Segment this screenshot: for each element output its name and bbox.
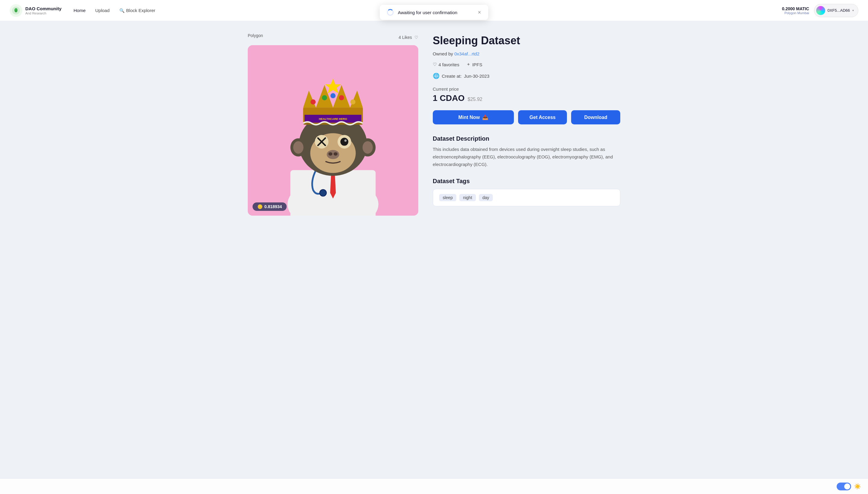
get-access-button[interactable]: Get Access xyxy=(518,110,567,125)
logo-text: DAO Community And Research xyxy=(25,6,61,15)
left-header: Polygon 4 Likes ♡ xyxy=(248,33,418,42)
wallet-button[interactable]: 0XF5...AD66 ▾ xyxy=(814,4,858,17)
detail-section: Sleeping Dataset Owned by 0x34af...rtd2 … xyxy=(433,33,620,206)
create-row: 🌐 Create at: Jun-30-2023 xyxy=(433,73,620,79)
search-icon: 🔍 xyxy=(119,8,125,13)
logo-area[interactable]: DAO Community And Research xyxy=(10,4,61,17)
tags-title: Dataset Tags xyxy=(433,178,620,185)
meta-row: ♡ 4 favorites ✦ IPFS xyxy=(433,62,620,67)
price-usd: $25.92 xyxy=(468,97,482,102)
tag-day[interactable]: day xyxy=(479,194,493,201)
description-text: This includes data obtained from devices… xyxy=(433,146,620,168)
svg-point-32 xyxy=(339,95,344,100)
matic-network: Polygon Mumbai xyxy=(782,11,809,15)
svg-point-30 xyxy=(322,95,327,100)
nav-upload[interactable]: Upload xyxy=(95,8,110,13)
create-label: Create at: xyxy=(442,74,462,79)
likes-count: 4 Likes ♡ xyxy=(399,35,418,40)
bottom-bar: ☀️ xyxy=(0,478,868,494)
main-layout: Polygon 4 Likes ♡ xyxy=(248,33,620,216)
svg-point-6 xyxy=(320,189,327,196)
storage-label: IPFS xyxy=(472,62,482,67)
svg-point-31 xyxy=(330,93,335,98)
matic-amount: 0.2000 MATIC xyxy=(782,6,809,11)
nft-image: HEALTHCARE HERO xyxy=(248,45,418,216)
dataset-title: Sleeping Dataset xyxy=(433,34,620,47)
page-content: Polygon 4 Likes ♡ xyxy=(238,21,630,228)
loading-spinner xyxy=(387,9,394,16)
action-buttons: Mint Now 📥 Get Access Download xyxy=(433,110,620,125)
storage-item: ✦ IPFS xyxy=(466,62,482,67)
price-cdao: 1 CDAO xyxy=(433,93,465,103)
toast-notification: Awaiting for user confirmation × xyxy=(380,5,488,20)
favorites-count: 4 favorites xyxy=(439,62,459,67)
inbox-icon: 📥 xyxy=(482,114,488,120)
logo-icon xyxy=(10,4,22,17)
theme-toggle-thumb xyxy=(844,483,850,490)
favorites-item: ♡ 4 favorites xyxy=(433,62,459,67)
coin-icon: 🪙 xyxy=(257,204,262,209)
header-right: 0.2000 MATIC Polygon Mumbai 0XF5...AD66 … xyxy=(782,4,858,17)
nft-image-wrapper: HEALTHCARE HERO 🪙 0.818934 xyxy=(248,45,418,216)
wallet-avatar xyxy=(816,6,825,15)
theme-toggle-track[interactable] xyxy=(837,482,851,490)
matic-info: 0.2000 MATIC Polygon Mumbai xyxy=(782,6,809,15)
svg-point-11 xyxy=(363,141,373,154)
chevron-down-icon: ▾ xyxy=(852,9,854,12)
left-column: Polygon 4 Likes ♡ xyxy=(248,33,418,216)
heart-outline-icon: ♡ xyxy=(433,62,437,67)
chain-label: Polygon xyxy=(248,33,263,38)
price-badge-value: 0.818934 xyxy=(264,204,282,209)
toast-message: Awaiting for user confirmation xyxy=(398,10,474,15)
tags-box: sleep night day xyxy=(433,189,620,206)
app-subtitle: And Research xyxy=(25,12,61,15)
svg-point-18 xyxy=(345,139,347,142)
tag-sleep[interactable]: sleep xyxy=(439,194,456,201)
theme-toggle: ☀️ xyxy=(837,482,861,490)
wallet-address: 0XF5...AD66 xyxy=(828,8,850,13)
svg-point-20 xyxy=(329,152,332,155)
svg-point-33 xyxy=(350,99,355,104)
mint-now-button[interactable]: Mint Now 📥 xyxy=(433,110,514,125)
svg-text:HEALTHCARE HERO: HEALTHCARE HERO xyxy=(319,117,347,120)
svg-point-9 xyxy=(293,141,303,154)
nav-home[interactable]: Home xyxy=(74,8,86,13)
heart-icon[interactable]: ♡ xyxy=(414,35,418,40)
svg-point-21 xyxy=(334,152,337,155)
svg-point-17 xyxy=(340,138,348,146)
toast-close-button[interactable]: × xyxy=(478,10,481,15)
app-name: DAO Community xyxy=(25,6,61,12)
create-date: Jun-30-2023 xyxy=(464,74,490,79)
svg-point-29 xyxy=(310,99,316,104)
current-price-label: Current price xyxy=(433,87,620,92)
owner-address-link[interactable]: 0x34af...rtd2 xyxy=(454,51,479,56)
price-display: 1 CDAO $25.92 xyxy=(433,93,620,103)
description-title: Dataset Description xyxy=(433,135,620,142)
ipfs-icon: ✦ xyxy=(466,62,470,67)
tag-night[interactable]: night xyxy=(459,194,476,201)
globe-icon: 🌐 xyxy=(433,73,439,79)
nav-block-explorer[interactable]: 🔍 Block Explorer xyxy=(119,8,155,13)
price-badge: 🪙 0.818934 xyxy=(253,203,287,211)
sun-icon: ☀️ xyxy=(854,483,861,490)
download-button[interactable]: Download xyxy=(571,110,620,125)
owned-by: Owned by 0x34af...rtd2 xyxy=(433,51,620,56)
